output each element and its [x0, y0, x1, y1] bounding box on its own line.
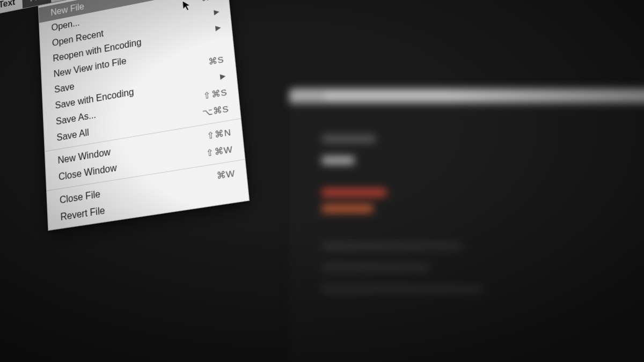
background-editor-window [290, 102, 644, 362]
menu-item-label: Save [54, 82, 75, 95]
menu-item-shortcut: ⇧⌘W [206, 144, 233, 159]
menu-item-shortcut: ⌘O [201, 0, 218, 4]
menu-item-label: Save All [56, 127, 89, 143]
menu-item-shortcut: ⌥⌘S [202, 104, 229, 119]
menu-item-shortcut: ⇧⌘S [203, 87, 228, 101]
submenu-arrow-icon: ▶ [219, 71, 225, 80]
submenu-arrow-icon: ▶ [215, 23, 221, 32]
menu-item-shortcut: ⌘W [216, 168, 236, 182]
menu-item-label: Revert File [60, 205, 105, 223]
menubar-app-name[interactable]: Sublime Text [0, 0, 23, 21]
menu-item-shortcut: ⇧⌘N [206, 127, 231, 142]
file-menu-dropdown: New File ⌘N Open... ⌘O Open Recent ▶ Reo… [38, 0, 250, 231]
submenu-arrow-icon: ▶ [214, 8, 219, 17]
menu-item-shortcut: ⌘S [208, 54, 224, 68]
